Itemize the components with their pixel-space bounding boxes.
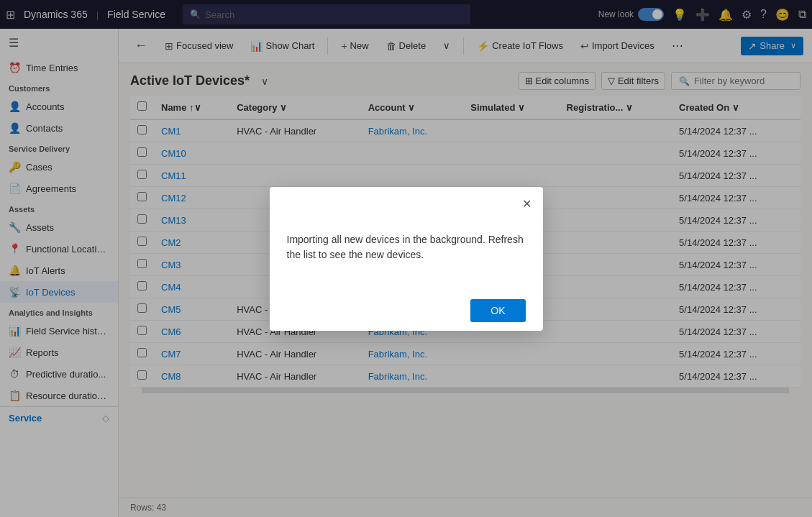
close-icon: ✕	[522, 198, 532, 210]
modal-header: ✕	[270, 187, 543, 221]
modal-message: Importing all new devices in the backgro…	[287, 232, 526, 262]
modal-footer: OK	[270, 290, 543, 331]
modal-ok-button[interactable]: OK	[470, 299, 525, 322]
modal-overlay[interactable]: ✕ Importing all new devices in the backg…	[0, 0, 812, 517]
modal-dialog: ✕ Importing all new devices in the backg…	[270, 187, 543, 331]
modal-close-button[interactable]: ✕	[519, 194, 534, 214]
modal-body: Importing all new devices in the backgro…	[270, 221, 543, 290]
